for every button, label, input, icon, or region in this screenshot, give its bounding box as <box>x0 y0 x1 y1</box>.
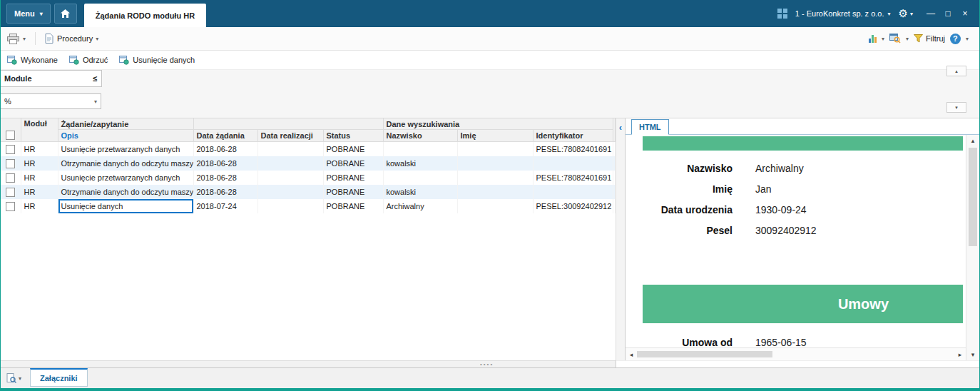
row-checkbox[interactable] <box>6 145 15 154</box>
module-filter-select[interactable]: % ▾ <box>1 93 101 109</box>
cell-checkbox[interactable] <box>1 171 21 185</box>
cell-checkbox[interactable] <box>1 156 21 171</box>
header-select-all[interactable] <box>1 118 21 142</box>
chart-dropdown-icon[interactable]: ▾ <box>882 36 884 42</box>
cell-nazwisko[interactable]: kowalski <box>383 185 457 199</box>
table-row[interactable]: HR Otrzymanie danych do odczytu maszyn 2… <box>1 185 616 199</box>
header-nazwisko[interactable]: Nazwisko <box>383 130 457 142</box>
help-button[interactable]: ? <box>950 34 961 44</box>
table-hscrollbar[interactable]: •••• <box>1 360 616 367</box>
cell-status[interactable]: POBRANE <box>323 199 383 213</box>
cell-opis[interactable]: Usunięcie przetwarzanych danych <box>58 171 193 185</box>
cell-identyfikator[interactable]: PESEL:78082401691 <box>533 142 613 157</box>
table-row[interactable]: HR Usunięcie przetwarzanych danych 2018-… <box>1 171 616 185</box>
table-row[interactable]: HR Usunięcie przetwarzanych danych 2018-… <box>1 142 616 157</box>
cell-identyfikator[interactable] <box>533 156 613 171</box>
cell-nazwisko[interactable] <box>383 142 457 157</box>
odrzuc-button[interactable]: Odrzuć <box>69 56 108 65</box>
cell-modul[interactable]: HR <box>21 142 58 157</box>
cell-data-realizacji[interactable] <box>257 199 323 213</box>
wykonane-button[interactable]: Wykonane <box>7 56 58 65</box>
cell-opis[interactable]: Usunięcie przetwarzanych danych <box>58 142 193 157</box>
cell-checkbox[interactable] <box>1 142 21 157</box>
cell-nazwisko[interactable]: Archiwalny <box>383 199 457 213</box>
filter-collapse-up-button[interactable]: ▴ <box>946 66 966 76</box>
filter-collapse-down-button[interactable]: ▾ <box>946 102 966 113</box>
header-zadanie-zapytanie[interactable]: Żądanie/zapytanie <box>58 118 193 130</box>
vscroll-thumb[interactable] <box>969 148 977 246</box>
print-dropdown-icon[interactable]: ▾ <box>23 36 26 42</box>
panel-splitter[interactable]: ‹ <box>616 118 626 360</box>
filter-operator-icon[interactable]: ≤ <box>93 74 97 83</box>
minimize-button[interactable]: — <box>924 6 938 21</box>
cell-data-realizacji[interactable] <box>257 156 323 171</box>
cell-identyfikator[interactable]: PESEL:78082401691 <box>533 171 613 185</box>
scroll-down-icon[interactable]: ▾ <box>966 349 979 360</box>
cell-checkbox[interactable] <box>1 185 21 199</box>
cell-imie[interactable] <box>457 142 533 157</box>
cell-imie[interactable] <box>457 185 533 199</box>
usuniecie-danych-button[interactable]: Usunięcie danych <box>119 56 195 65</box>
menu-button[interactable]: Menu ▾ <box>6 4 51 24</box>
hscroll-thumb[interactable] <box>637 351 772 357</box>
attachments-tool-button[interactable]: ▾ <box>6 373 21 383</box>
cell-data-zadania[interactable]: 2018-06-28 <box>193 185 257 199</box>
cell-data-zadania[interactable]: 2018-06-28 <box>193 156 257 171</box>
tab-zalaczniki[interactable]: Załączniki <box>30 368 88 387</box>
header-opis[interactable]: Opis <box>58 130 193 142</box>
table-row-selected[interactable]: HR Usunięcie danych 2018-07-24 POBRANE A… <box>1 199 616 213</box>
header-identyfikator[interactable]: Identyfikator <box>533 130 613 142</box>
cell-opis[interactable]: Otrzymanie danych do odczytu maszyn <box>58 156 193 171</box>
cell-opis-selected[interactable]: Usunięcie danych <box>58 199 193 213</box>
cell-status[interactable]: POBRANE <box>323 185 383 199</box>
cell-modul[interactable]: HR <box>21 171 58 185</box>
header-data-realizacji[interactable]: Data realizacji <box>257 130 323 142</box>
preview-dropdown-icon[interactable]: ▾ <box>906 36 909 42</box>
module-filter-header[interactable]: Module ≤ <box>1 70 102 87</box>
home-button[interactable] <box>54 4 77 24</box>
cell-status[interactable]: POBRANE <box>323 142 383 157</box>
cell-opis[interactable]: Otrzymanie danych do odczytu maszyn <box>58 185 193 199</box>
row-checkbox[interactable] <box>6 188 15 197</box>
tab-zadania-rodo-hr[interactable]: Żądania RODO modułu HR <box>84 4 206 27</box>
scroll-left-icon[interactable]: ◂ <box>626 351 637 358</box>
cell-status[interactable]: POBRANE <box>323 171 383 185</box>
cell-imie[interactable] <box>457 171 533 185</box>
scroll-right-icon[interactable]: ▸ <box>954 351 966 358</box>
cell-checkbox[interactable] <box>1 199 21 213</box>
row-checkbox[interactable] <box>6 159 15 168</box>
help-dropdown-icon[interactable]: ▾ <box>966 36 969 42</box>
header-status[interactable]: Status <box>323 130 383 142</box>
scroll-up-icon[interactable]: ▴ <box>966 135 979 146</box>
settings-menu[interactable]: ⚙ ▾ <box>899 7 913 20</box>
cell-data-realizacji[interactable] <box>257 171 323 185</box>
cell-data-zadania[interactable]: 2018-06-28 <box>193 142 257 157</box>
row-checkbox[interactable] <box>6 173 15 183</box>
tab-html[interactable]: HTML <box>631 119 669 135</box>
detail-horizontal-scrollbar[interactable]: ◂ ▸ <box>626 347 966 360</box>
preview-icon[interactable] <box>889 34 901 44</box>
cell-data-realizacji[interactable] <box>257 185 323 199</box>
cell-nazwisko[interactable] <box>383 171 457 185</box>
company-selector[interactable]: 1 - EuroKonkret sp. z o.o. ▾ <box>795 9 891 18</box>
procedury-button[interactable]: Procedury ▾ <box>57 34 98 43</box>
select-all-checkbox[interactable] <box>6 131 15 140</box>
cell-modul[interactable]: HR <box>21 199 58 213</box>
row-checkbox[interactable] <box>6 202 15 211</box>
cell-imie[interactable] <box>457 199 533 213</box>
collapse-left-icon[interactable]: ‹ <box>616 121 625 133</box>
cell-data-zadania[interactable]: 2018-07-24 <box>193 199 257 213</box>
print-icon[interactable] <box>7 34 19 44</box>
cell-identyfikator[interactable] <box>533 185 613 199</box>
cell-imie[interactable] <box>457 156 533 171</box>
cell-modul[interactable]: HR <box>21 185 58 199</box>
cell-modul[interactable]: HR <box>21 156 58 171</box>
detail-vertical-scrollbar[interactable]: ▴ ▾ <box>966 135 979 360</box>
close-button[interactable]: × <box>958 6 972 21</box>
filtruj-button[interactable]: Filtruj <box>914 34 945 43</box>
cell-identyfikator[interactable]: PESEL:30092402912 <box>533 199 613 213</box>
header-dane-wyszukiwania[interactable]: Dane wyszukiwania <box>383 118 613 130</box>
header-data-zadania[interactable]: Data żądania <box>193 130 257 142</box>
apps-grid-icon[interactable] <box>777 9 787 19</box>
header-modul[interactable]: Moduł <box>21 118 58 142</box>
